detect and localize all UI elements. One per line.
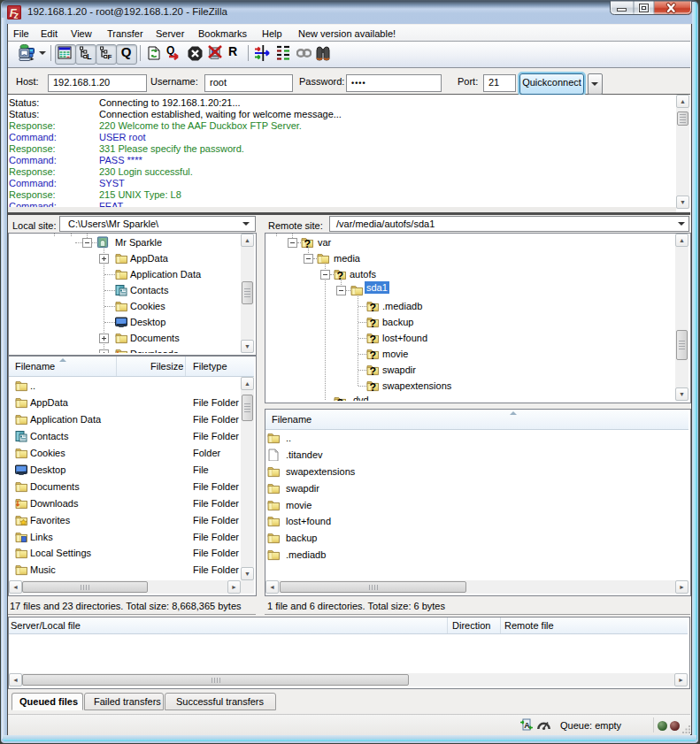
svg-text:L: L — [87, 52, 92, 60]
svg-text:z: z — [13, 11, 19, 19]
svg-text:F: F — [108, 53, 112, 60]
